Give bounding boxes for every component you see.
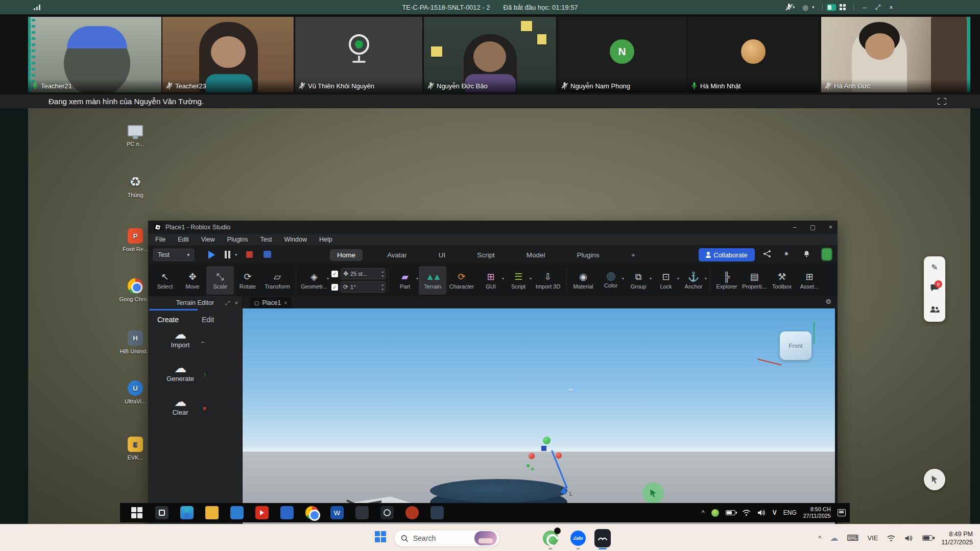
chat-button[interactable]: 8 [930, 284, 939, 294]
user-avatar[interactable] [821, 248, 832, 261]
host-clock[interactable]: 8:49 PM11/27/2025 [941, 530, 973, 546]
menu-view[interactable]: View [201, 236, 215, 243]
tool-group[interactable]: ⧉Group▾ [625, 266, 652, 295]
tab-home[interactable]: Home [330, 249, 363, 261]
tool-transform[interactable]: ▱Transform [261, 266, 293, 295]
stepper-down-icon[interactable]: ▾ [381, 287, 384, 292]
participant-tile[interactable]: Teacher23 [162, 17, 294, 92]
terrain-tab-edit[interactable]: Edit [188, 313, 228, 327]
tool-scale[interactable]: ⤡Scale [206, 266, 234, 295]
tool-script[interactable]: ☰Script▾ [505, 266, 532, 295]
desktop-icon-recycle-bin[interactable]: ♻Thùng [118, 173, 152, 198]
studio-maximize-button[interactable]: ▢ [810, 224, 816, 231]
tool-asset-manager[interactable]: ⊞Asset... [796, 266, 823, 295]
tray-chevron-icon[interactable]: ^ [818, 534, 821, 542]
rotate-snap-input[interactable]: ⟳1°▴▾ [341, 281, 386, 293]
place1-tab[interactable]: ▢Place1× [250, 297, 292, 308]
tab-avatar[interactable]: Avatar [380, 249, 414, 261]
vietkey-tray-icon[interactable]: V [773, 509, 777, 516]
gizmo-red-handle[interactable] [529, 453, 535, 459]
move-snap-input[interactable]: ✥25 st...▴▾ [341, 268, 386, 279]
tool-color[interactable]: Color▾ [597, 266, 625, 295]
gizmo-green-handle[interactable] [543, 437, 551, 444]
collaborate-button[interactable]: Collaborate [699, 248, 755, 261]
tab-ui[interactable]: UI [432, 249, 453, 261]
battery-icon[interactable] [922, 535, 933, 541]
word-icon[interactable]: W [330, 506, 344, 519]
zalo-app-icon[interactable]: Zalo [570, 530, 586, 546]
host-search-box[interactable]: Search [394, 530, 500, 547]
tool-toolbox[interactable]: ⚒Toolbox [768, 266, 796, 295]
close-button[interactable]: × [885, 4, 898, 11]
stepper-up-icon[interactable]: ▴ [381, 269, 384, 274]
participant-tile[interactable]: Hà Anh Đức [821, 17, 970, 92]
speaker-icon[interactable] [904, 535, 914, 542]
battery-icon[interactable] [726, 510, 735, 515]
rotate-snap-checkbox[interactable]: ✓ [331, 284, 338, 291]
tool-import3d[interactable]: ⇩Import 3D [532, 266, 564, 295]
wifi-icon[interactable] [742, 509, 751, 516]
shared-clock[interactable]: 8:50 CH27/11/2025 [803, 506, 831, 519]
notifications-bell-icon[interactable] [803, 250, 810, 260]
menu-help[interactable]: Help [319, 236, 332, 243]
lark-app-icon[interactable] [594, 530, 611, 546]
layout-grid-icon[interactable] [840, 4, 846, 10]
firefox-icon[interactable] [405, 506, 419, 519]
cylinder-part-top[interactable] [430, 479, 567, 502]
menu-window[interactable]: Window [284, 236, 307, 243]
terrain-clear-button[interactable]: ☁×Clear [157, 395, 203, 416]
viewport-settings-gear-icon[interactable]: ⚙ [825, 298, 831, 305]
menu-test[interactable]: Test [260, 236, 272, 243]
app-icon[interactable] [431, 506, 444, 519]
desktop-icon-ultraviewer[interactable]: UUltraVi... [118, 379, 152, 404]
folder-icon[interactable] [205, 506, 219, 519]
camera-icon[interactable]: ◎ [799, 4, 812, 11]
tool-lock[interactable]: ⊡Lock▾ [652, 266, 680, 295]
onedrive-cloud-icon[interactable]: ☁ [830, 533, 838, 543]
screen-share-icon[interactable] [827, 4, 836, 11]
touch-keyboard-icon[interactable]: ⌨ [847, 533, 858, 543]
close-tab-icon[interactable]: × [284, 300, 287, 306]
menu-file[interactable]: File [155, 236, 165, 243]
desktop-icon-evk[interactable]: EEVK... [118, 435, 152, 461]
tab-model[interactable]: Model [519, 249, 553, 261]
menu-edit[interactable]: Edit [178, 236, 189, 243]
tool-anchor[interactable]: ⚓Anchor▾ [680, 266, 707, 295]
tool-move[interactable]: ✥Move [179, 266, 206, 295]
gizmo-part[interactable] [541, 446, 546, 451]
fullscreen-icon[interactable] [938, 98, 946, 105]
mic-dropdown-icon[interactable]: ▾ [793, 5, 799, 10]
participant-tile[interactable]: N Nguyễn Nam Phong [558, 17, 686, 92]
store-icon[interactable] [230, 506, 244, 519]
participant-tile[interactable]: Teacher21 [28, 17, 161, 92]
mic-muted-icon[interactable] [785, 3, 793, 11]
desktop-icon-pc[interactable]: PC n... [118, 122, 152, 147]
tool-properties[interactable]: ▤Properti... [740, 266, 768, 295]
studio-close-button[interactable]: × [829, 224, 832, 231]
test-mode-dropdown[interactable]: Test▾ [153, 249, 194, 261]
obs-icon[interactable] [380, 506, 394, 519]
tool-terrain[interactable]: ▲▲Terrain [419, 266, 446, 295]
view-cube[interactable]: Front [780, 331, 811, 360]
stepper-up-icon[interactable]: ▴ [381, 282, 384, 287]
host-language[interactable]: VIE [867, 534, 878, 542]
ai-sparkle-icon[interactable]: ✶ [783, 250, 790, 258]
tool-explorer[interactable]: ╠Explorer [713, 266, 740, 295]
tool-rotate[interactable]: ⟳Rotate [234, 266, 261, 295]
wifi-icon[interactable] [887, 535, 896, 542]
tool-select[interactable]: ↖Select [151, 266, 179, 295]
tool-part[interactable]: ▰Part▾ [391, 266, 419, 295]
tool-gui[interactable]: ⊞GUI▾ [477, 266, 505, 295]
desktop-icon-chrome[interactable]: Goog Chro... [118, 277, 152, 302]
goguardian-app-icon[interactable] [542, 530, 559, 546]
pause-button[interactable] [225, 251, 231, 258]
step-button[interactable] [264, 251, 271, 258]
host-start-button[interactable] [375, 531, 386, 542]
desktop-icon-foxit[interactable]: PFoxit Re... [118, 227, 152, 252]
tab-script[interactable]: Script [470, 249, 502, 261]
edge-icon[interactable] [180, 506, 194, 519]
terrain-import-button[interactable]: ☁←Import [157, 328, 203, 349]
undock-icon[interactable]: ⤢ [225, 300, 230, 306]
participant-tile[interactable]: Nguyễn Đức Bảo [424, 17, 556, 92]
stop-button[interactable] [246, 251, 253, 258]
